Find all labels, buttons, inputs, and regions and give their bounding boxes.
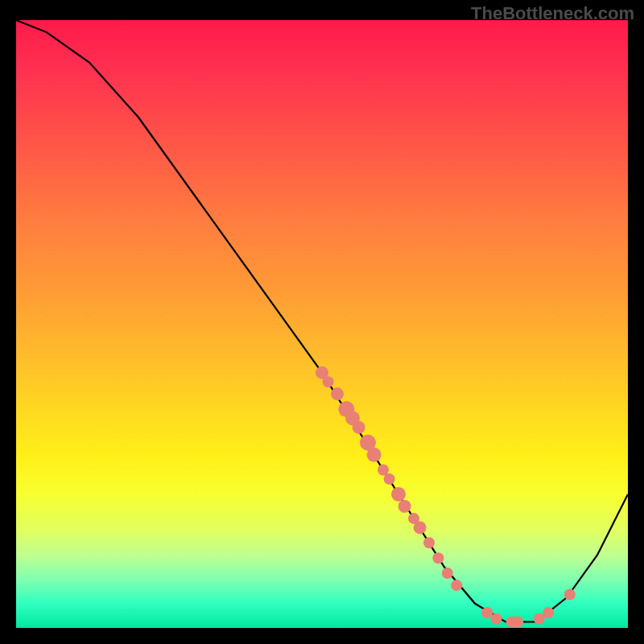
scatter-dot (414, 521, 427, 534)
chart-svg (16, 20, 628, 628)
scatter-dot (481, 607, 493, 618)
scatter-dot (367, 448, 382, 462)
scatter-dot (543, 607, 554, 618)
scatter-dot (391, 487, 406, 502)
curve-line (16, 20, 628, 622)
scatter-dot (534, 613, 545, 625)
scatter-dot (442, 568, 453, 579)
scatter-dots (316, 366, 576, 628)
scatter-dot (331, 387, 344, 400)
scatter-dot (323, 376, 334, 387)
scatter-dot (512, 617, 523, 628)
chart-plot-area (16, 20, 628, 628)
scatter-dot (384, 473, 395, 485)
watermark-text: TheBottleneck.com (471, 3, 634, 24)
scatter-dot (423, 537, 435, 548)
scatter-dot (398, 500, 411, 513)
scatter-dot (491, 613, 502, 625)
scatter-dot (564, 589, 576, 601)
scatter-dot (432, 552, 444, 564)
scatter-dot (451, 580, 462, 591)
scatter-dot (353, 421, 365, 434)
